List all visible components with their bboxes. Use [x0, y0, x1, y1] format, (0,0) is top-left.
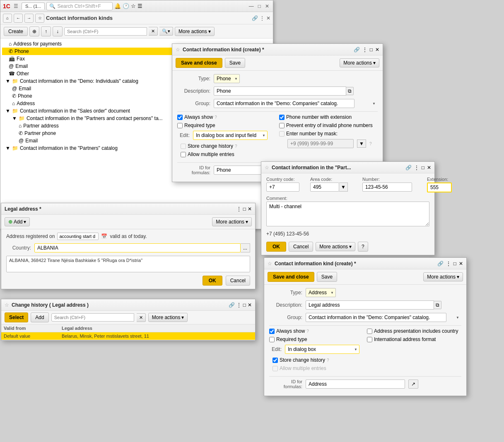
back-btn[interactable]: ←: [14, 14, 23, 23]
edit-select-input-2[interactable]: In dialog box: [285, 345, 359, 354]
allow-multiple-checkbox[interactable]: [181, 152, 186, 157]
required-type-checkbox[interactable]: [177, 123, 183, 128]
edit-select[interactable]: In dialog box and input field: [193, 131, 268, 140]
star-icon-history[interactable]: ☆: [5, 302, 9, 308]
type-select-2[interactable]: Address: [306, 288, 336, 297]
close-icon-1[interactable]: ✕: [375, 47, 379, 53]
close-window-btn[interactable]: ✕: [266, 15, 270, 21]
close-icon-2[interactable]: ✕: [459, 261, 463, 267]
description-input-2[interactable]: [306, 300, 434, 310]
id-copy-btn-2[interactable]: ↗: [408, 380, 418, 389]
star-icon[interactable]: ☆: [131, 3, 136, 9]
more-icon-history[interactable]: ⋮: [236, 302, 241, 308]
bell-icon[interactable]: 🔔: [114, 3, 121, 9]
more-actions-toolbar-btn[interactable]: More actions ▾: [175, 27, 215, 36]
select-btn-history[interactable]: Select: [5, 312, 28, 322]
id-formulas-input-2[interactable]: [306, 380, 405, 389]
address-textarea[interactable]: ALBANIA, 368422 Tirane Njësia Bashkiake …: [6, 256, 250, 272]
close-icon-part[interactable]: ✕: [427, 165, 431, 171]
create-button[interactable]: Create: [4, 27, 28, 36]
more-actions-btn-2[interactable]: More actions ▾: [423, 272, 463, 281]
always-show-checkbox-2[interactable]: [269, 329, 275, 334]
type-select[interactable]: Phone: [214, 74, 240, 83]
store-history-checkbox[interactable]: [181, 144, 186, 149]
mask-input[interactable]: [287, 139, 354, 148]
table-row-0[interactable]: Default value Belarus, Minsk, Peter msti…: [1, 332, 255, 340]
minimize-btn[interactable]: —: [248, 3, 255, 10]
international-format-checkbox[interactable]: [367, 337, 372, 342]
global-search[interactable]: 🔍 Search Ctrl+Shift+F: [46, 2, 113, 10]
allow-multiple-checkbox-2[interactable]: [272, 366, 278, 371]
calendar-icon[interactable]: 📅: [101, 233, 107, 239]
help-icon-always-show-2[interactable]: ?: [306, 329, 309, 334]
more-actions-history-btn[interactable]: More actions ▾: [148, 313, 188, 322]
search-input[interactable]: [64, 27, 147, 36]
more-icon-2[interactable]: ⋮: [446, 261, 451, 267]
required-type-checkbox-2[interactable]: [269, 337, 275, 342]
maximize-icon-part[interactable]: □: [422, 165, 424, 171]
more-actions-part-btn[interactable]: More actions ▾: [316, 242, 355, 251]
help-icon-history[interactable]: ?: [235, 144, 237, 149]
more-actions-btn-1[interactable]: More actions ▾: [340, 58, 379, 67]
list-icon[interactable]: ☰: [137, 3, 142, 9]
area-code-dropdown[interactable]: ▼: [339, 183, 348, 192]
up-btn[interactable]: ↑: [41, 26, 51, 36]
link-icon-part[interactable]: 🔗: [405, 165, 412, 171]
close-icon-history[interactable]: ✕: [248, 302, 252, 308]
save-btn-1[interactable]: Save: [225, 58, 245, 68]
hamburger-menu[interactable]: ☰: [12, 2, 20, 10]
cancel-btn-legal[interactable]: Cancel: [226, 276, 250, 286]
add-btn-history[interactable]: Add: [31, 312, 48, 322]
group-select[interactable]: Contact information in the "Demo: Compan…: [214, 99, 378, 108]
country-browse-btn[interactable]: ...: [241, 243, 250, 252]
maximize-btn[interactable]: □: [257, 3, 262, 10]
home-nav-btn[interactable]: ⌂: [3, 14, 12, 23]
history-search-input[interactable]: [51, 313, 134, 322]
maximize-icon-history[interactable]: □: [243, 302, 246, 308]
comment-textarea[interactable]: Multi - channel: [266, 202, 429, 226]
forward-btn[interactable]: →: [24, 14, 34, 23]
help-icon-mask[interactable]: ?: [369, 142, 372, 146]
cancel-btn-part[interactable]: Cancel: [289, 242, 313, 252]
help-icon-always-show[interactable]: ?: [215, 115, 217, 120]
always-show-checkbox[interactable]: [177, 115, 183, 120]
type-select-input-2[interactable]: Address: [306, 288, 336, 297]
link-icon-1[interactable]: 🔗: [354, 47, 360, 53]
star-icon-2[interactable]: ☆: [268, 261, 272, 267]
save-close-btn-2[interactable]: Save and close: [268, 272, 314, 282]
phone-extension-checkbox[interactable]: [279, 115, 285, 120]
extension-input[interactable]: [427, 183, 452, 192]
enter-mask-checkbox[interactable]: [279, 131, 285, 137]
prevent-invalid-checkbox[interactable]: [279, 123, 285, 128]
mask-dropdown-btn[interactable]: ▼: [357, 139, 366, 148]
app-tab[interactable]: S... (1...: [22, 2, 45, 10]
edit-select-2[interactable]: In dialog box: [285, 345, 359, 354]
description-input[interactable]: [214, 86, 346, 96]
add-btn-legal[interactable]: ⊕ Add ▾: [5, 217, 30, 226]
save-btn-2[interactable]: Save: [317, 272, 337, 282]
group-select-2[interactable]: Contact information in the "Demo: Compan…: [306, 313, 461, 322]
close-icon-legal[interactable]: ✕: [248, 206, 252, 212]
group-select-input[interactable]: Contact information in the "Demo: Compan…: [214, 99, 354, 108]
more-actions-legal-btn[interactable]: More actions ▾: [212, 217, 252, 226]
close-btn[interactable]: ✕: [264, 3, 270, 10]
clock-icon[interactable]: 🕐: [123, 3, 129, 9]
group-select-input-2[interactable]: Contact information in the "Demo: Compan…: [306, 313, 446, 322]
more-icon[interactable]: ⋮: [260, 15, 265, 21]
more-icon-1[interactable]: ⋮: [362, 47, 367, 53]
link-icon[interactable]: 🔗: [252, 15, 258, 21]
address-includes-country-checkbox[interactable]: [367, 329, 372, 334]
down-btn[interactable]: ↓: [53, 26, 63, 36]
maximize-icon-1[interactable]: □: [370, 47, 373, 53]
copy-btn[interactable]: ⊕: [29, 26, 39, 36]
copy-description-btn[interactable]: ⧉: [346, 87, 354, 95]
star-icon-1[interactable]: ☆: [176, 47, 180, 53]
star-nav-btn[interactable]: ☆: [35, 14, 44, 23]
link-icon-history[interactable]: 🔗: [229, 302, 235, 308]
clear-search-btn[interactable]: ✕: [149, 27, 158, 36]
maximize-icon-legal[interactable]: □: [243, 206, 246, 212]
area-code-input[interactable]: [310, 183, 339, 192]
type-select-input[interactable]: Phone: [214, 74, 240, 83]
link-icon-2[interactable]: 🔗: [437, 261, 444, 267]
help-btn-part[interactable]: ?: [358, 242, 368, 252]
